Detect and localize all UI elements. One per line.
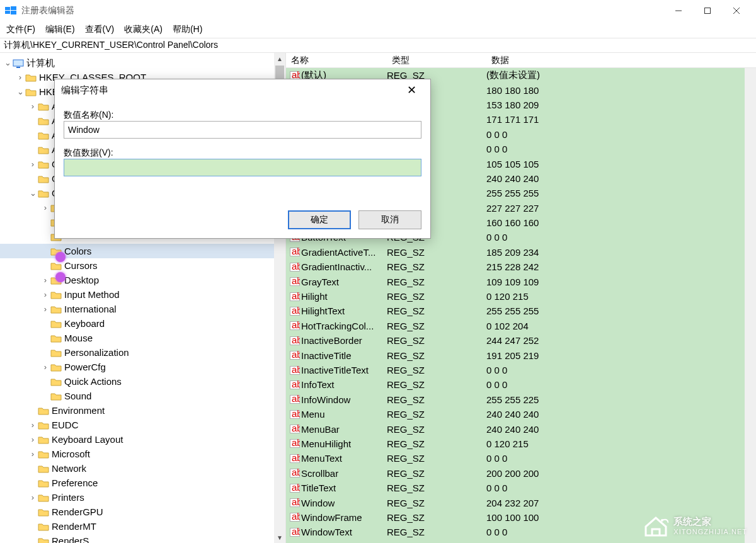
list-row[interactable]: abMenuTextREG_SZ0 0 0 (286, 451, 745, 466)
svg-text:ab: ab (292, 321, 300, 330)
tree-item[interactable]: ›Keyboard Layout (0, 432, 285, 447)
list-row[interactable]: abMenuHilightREG_SZ0 120 215 (286, 437, 745, 451)
list-row[interactable]: abMenuBarREG_SZ240 240 240 (286, 421, 745, 436)
list-row[interactable]: abScrollbarREG_SZ200 200 200 (286, 466, 745, 481)
tree-item[interactable]: ›PowerCfg (0, 360, 285, 374)
string-value-icon: ab (289, 528, 301, 537)
svg-rect-3 (11, 11, 16, 14)
chevron-right-icon[interactable]: › (28, 157, 38, 171)
chevron-right-icon[interactable]: › (40, 360, 50, 374)
tree-item[interactable]: ›Input Method (0, 287, 285, 302)
tree-item[interactable]: Cursors (0, 258, 285, 273)
tree-item[interactable]: Preference (0, 476, 285, 490)
svg-text:ab: ab (292, 307, 300, 316)
chevron-down-icon[interactable]: ⌄ (28, 186, 38, 200)
svg-text:ab: ab (292, 425, 300, 433)
list-row[interactable]: abInfoTextREG_SZ0 0 0 (286, 377, 745, 392)
list-row[interactable]: abGradientInactiv...REG_SZ215 228 242 (286, 260, 745, 274)
col-name[interactable]: 名称 (286, 55, 387, 66)
tree-item[interactable]: Personalization (0, 345, 285, 360)
tree-item[interactable]: ›International (0, 302, 285, 316)
list-row[interactable]: abHotTrackingCol...REG_SZ0 102 204 (286, 319, 745, 333)
list-row[interactable]: abInactiveTitleREG_SZ191 205 219 (286, 348, 745, 362)
tree-item[interactable]: RenderMT (0, 519, 285, 534)
list-row[interactable]: abGradientActiveT...REG_SZ185 209 234 (286, 245, 745, 260)
chevron-right-icon[interactable]: › (40, 287, 50, 302)
value-type: REG_SZ (387, 277, 486, 287)
tree-item[interactable]: Quick Actions (0, 374, 285, 389)
chevron-right-icon[interactable]: › (15, 70, 25, 84)
menubar: 文件(F)编辑(E)查看(V)收藏夹(A)帮助(H) (0, 21, 756, 38)
edit-string-dialog: 编辑字符串 ✕ 数值名称(N): 数值数据(V): 确定 取消 (54, 79, 431, 239)
list-row[interactable]: abHilightREG_SZ0 120 215 (286, 289, 745, 304)
chevron-right-icon[interactable]: › (40, 200, 50, 215)
tree-item[interactable]: ›EUDC (0, 418, 285, 432)
tree-item[interactable]: Mouse (0, 331, 285, 345)
tree-item[interactable]: Colors (0, 244, 285, 258)
list-row[interactable]: abGrayTextREG_SZ109 109 109 (286, 274, 745, 289)
scroll-up-icon[interactable]: ▲ (274, 53, 285, 64)
cancel-button[interactable]: 取消 (358, 210, 421, 229)
value-data: 0 120 215 (486, 438, 745, 449)
value-data-input[interactable] (64, 159, 421, 176)
list-scrollbar[interactable] (745, 68, 756, 543)
tree-item-label: Input Method (64, 287, 120, 302)
chevron-right-icon[interactable]: › (28, 99, 38, 113)
ok-button[interactable]: 确定 (288, 210, 351, 229)
tree-item[interactable]: ›Microsoft (0, 447, 285, 461)
tree-item-label: Keyboard Layout (52, 432, 123, 447)
chevron-down-icon[interactable]: ⌄ (3, 55, 13, 70)
tree-item[interactable]: Environment (0, 403, 285, 418)
list-row[interactable]: abTitleTextREG_SZ0 0 0 (286, 481, 745, 495)
tree-root[interactable]: 计算机 (26, 55, 55, 70)
chevron-right-icon[interactable]: › (40, 302, 50, 316)
list-row[interactable]: abHilightTextREG_SZ255 255 255 (286, 304, 745, 318)
chevron-right-icon[interactable]: › (28, 418, 38, 432)
folder-icon (38, 449, 49, 460)
value-type: REG_SZ (387, 409, 486, 420)
value-data: 160 160 160 (486, 217, 745, 228)
col-data[interactable]: 数据 (486, 55, 756, 66)
svg-rect-0 (5, 7, 10, 10)
tree-item[interactable]: RenderS (0, 534, 285, 543)
value-type: REG_SZ (387, 350, 486, 361)
menu-item[interactable]: 查看(V) (80, 23, 120, 37)
tree-item[interactable]: Sound (0, 389, 285, 403)
chevron-right-icon[interactable]: › (40, 273, 50, 287)
list-row[interactable]: abInfoWindowREG_SZ255 255 225 (286, 392, 745, 407)
address-bar[interactable]: 计算机\HKEY_CURRENT_USER\Control Panel\Colo… (0, 38, 756, 53)
list-row[interactable]: abMenuREG_SZ240 240 240 (286, 407, 745, 421)
chevron-down-icon[interactable]: ⌄ (15, 84, 25, 99)
chevron-right-icon[interactable]: › (28, 490, 38, 505)
tree-item[interactable]: ›Printers (0, 490, 285, 505)
folder-icon (38, 130, 49, 141)
menu-item[interactable]: 文件(F) (1, 23, 40, 37)
chevron-right-icon[interactable]: › (28, 447, 38, 461)
close-button[interactable] (722, 0, 751, 21)
value-name: GradientInactiv... (301, 261, 372, 272)
tree-item-label: RenderGPU (52, 505, 103, 519)
col-type[interactable]: 类型 (387, 55, 486, 66)
dialog-close-icon[interactable]: ✕ (399, 83, 424, 97)
value-type: REG_SZ (387, 335, 486, 346)
tree-item[interactable]: ›Desktop (0, 273, 285, 287)
tree-item[interactable]: Keyboard (0, 316, 285, 331)
menu-item[interactable]: 帮助(H) (168, 23, 207, 37)
list-row[interactable]: abWindowREG_SZ204 232 207 (286, 495, 745, 510)
value-name: MenuText (301, 453, 342, 464)
value-name-label: 数值名称(N): (64, 110, 421, 121)
maximize-button[interactable] (693, 0, 722, 21)
menu-item[interactable]: 收藏夹(A) (119, 23, 168, 37)
chevron-right-icon[interactable]: › (28, 432, 38, 447)
scroll-down-icon[interactable]: ▼ (274, 532, 285, 543)
folder-icon (38, 492, 49, 503)
list-row[interactable]: abInactiveTitleTextREG_SZ0 0 0 (286, 363, 745, 377)
minimize-button[interactable] (664, 0, 693, 21)
value-name-input[interactable] (64, 121, 421, 139)
string-value-icon: ab (289, 454, 301, 463)
tree-item[interactable]: Network (0, 461, 285, 476)
string-value-icon: ab (289, 307, 301, 316)
menu-item[interactable]: 编辑(E) (40, 23, 80, 37)
list-row[interactable]: abInactiveBorderREG_SZ244 247 252 (286, 333, 745, 348)
tree-item[interactable]: RenderGPU (0, 505, 285, 519)
